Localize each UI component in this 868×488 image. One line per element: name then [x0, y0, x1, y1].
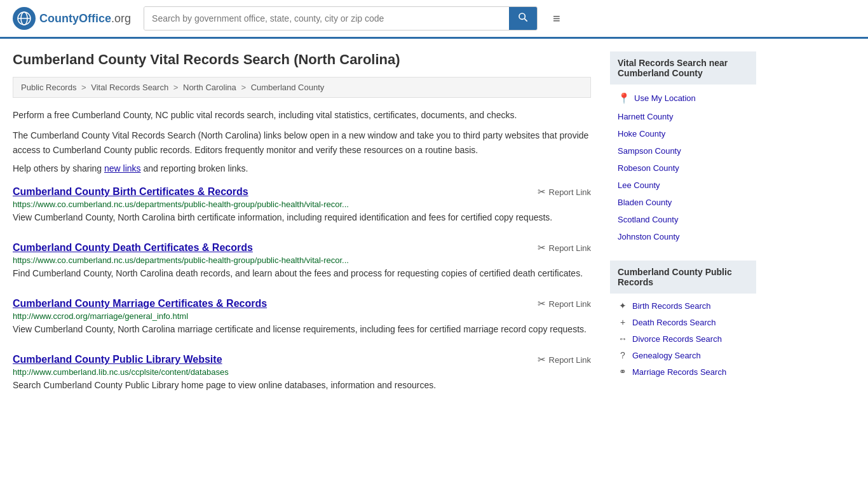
- result-desc: View Cumberland County, North Carolina b…: [13, 211, 591, 224]
- breadcrumb-north-carolina[interactable]: North Carolina: [183, 83, 236, 92]
- sidebar-item-scotland[interactable]: Scotland County: [610, 211, 756, 228]
- breadcrumb-public-records[interactable]: Public Records: [21, 83, 76, 92]
- result-url: https://www.co.cumberland.nc.us/departme…: [13, 255, 591, 265]
- sidebar-item-bladen[interactable]: Bladen County: [610, 194, 756, 211]
- result-link[interactable]: Cumberland County Death Certificates & R…: [13, 242, 253, 253]
- sidebar-item-lee[interactable]: Lee County: [610, 177, 756, 194]
- result-url: http://www.ccrod.org/marriage/general_in…: [13, 311, 591, 321]
- breadcrumb-cumberland-county[interactable]: Cumberland County: [251, 83, 325, 92]
- result-item: Cumberland County Public Library Website…: [13, 354, 591, 392]
- report-icon: ✂: [538, 242, 546, 254]
- content-area: Cumberland County Vital Records Search (…: [13, 51, 591, 410]
- new-links[interactable]: new links: [104, 163, 141, 173]
- result-title: Cumberland County Birth Certificates & R…: [13, 186, 248, 198]
- menu-button[interactable]: ≡: [550, 9, 563, 29]
- result-link[interactable]: Cumberland County Public Library Website: [13, 354, 222, 365]
- birth-icon: ✦: [618, 301, 628, 311]
- result-header: Cumberland County Death Certificates & R…: [13, 242, 591, 254]
- result-item: Cumberland County Death Certificates & R…: [13, 242, 591, 280]
- public-records-section: Cumberland County Public Records ✦ Birth…: [610, 261, 756, 380]
- death-icon: +: [618, 317, 628, 327]
- sidebar-item-sampson[interactable]: Sampson County: [610, 142, 756, 159]
- result-url: http://www.cumberland.lib.nc.us/ccplsite…: [13, 367, 591, 377]
- sidebar-item-harnett[interactable]: Harnett County: [610, 108, 756, 125]
- svg-point-3: [519, 13, 525, 19]
- result-title: Cumberland County Marriage Certificates …: [13, 298, 267, 309]
- nearby-section: Vital Records Search near Cumberland Cou…: [610, 51, 756, 245]
- report-link[interactable]: ✂ Report Link: [538, 354, 591, 365]
- genealogy-icon: ?: [618, 350, 628, 360]
- sidebar-item-hoke[interactable]: Hoke County: [610, 125, 756, 142]
- result-header: Cumberland County Birth Certificates & R…: [13, 186, 591, 198]
- search-input[interactable]: [144, 7, 509, 30]
- site-header: CountyOffice.org ≡: [0, 0, 868, 39]
- page-title: Cumberland County Vital Records Search (…: [13, 51, 591, 68]
- sidebar: Vital Records Search near Cumberland Cou…: [610, 51, 756, 410]
- sidebar-item-robeson[interactable]: Robeson County: [610, 159, 756, 177]
- genealogy-item[interactable]: ? Genealogy Search: [610, 347, 756, 363]
- result-desc: View Cumberland County, North Carolina m…: [13, 323, 591, 336]
- divorce-icon: ↔: [618, 334, 628, 344]
- logo-text: CountyOffice.org: [39, 12, 131, 25]
- result-header: Cumberland County Marriage Certificates …: [13, 298, 591, 309]
- report-link[interactable]: ✂ Report Link: [538, 298, 591, 309]
- use-my-location-item[interactable]: 📍 Use My Location: [610, 88, 756, 108]
- result-link[interactable]: Cumberland County Birth Certificates & R…: [13, 186, 248, 197]
- main-container: Cumberland County Vital Records Search (…: [0, 39, 868, 423]
- use-my-location-link[interactable]: Use My Location: [634, 93, 696, 103]
- site-logo[interactable]: CountyOffice.org: [13, 7, 131, 30]
- location-icon: 📍: [618, 92, 630, 104]
- report-icon: ✂: [538, 354, 546, 365]
- result-desc: Find Cumberland County, North Carolina d…: [13, 267, 591, 280]
- description-2: The Cumberland County Vital Records Sear…: [13, 128, 591, 157]
- result-url: https://www.co.cumberland.nc.us/departme…: [13, 200, 591, 209]
- svg-line-4: [524, 18, 527, 21]
- marriage-icon: ⚭: [618, 367, 628, 377]
- death-records-item[interactable]: + Death Records Search: [610, 314, 756, 330]
- result-title: Cumberland County Death Certificates & R…: [13, 242, 253, 254]
- logo-icon: [13, 7, 36, 30]
- description-1: Perform a free Cumberland County, NC pub…: [13, 108, 591, 122]
- sidebar-item-johnston[interactable]: Johnston County: [610, 228, 756, 245]
- birth-records-item[interactable]: ✦ Birth Records Search: [610, 297, 756, 314]
- result-header: Cumberland County Public Library Website…: [13, 354, 591, 365]
- result-item: Cumberland County Birth Certificates & R…: [13, 186, 591, 224]
- breadcrumb-vital-records-search[interactable]: Vital Records Search: [91, 83, 168, 92]
- search-button[interactable]: [509, 7, 537, 30]
- result-link[interactable]: Cumberland County Marriage Certificates …: [13, 298, 267, 309]
- report-icon: ✂: [538, 298, 546, 309]
- marriage-records-item[interactable]: ⚭ Marriage Records Search: [610, 363, 756, 380]
- breadcrumb: Public Records > Vital Records Search > …: [13, 77, 591, 98]
- public-records-section-title: Cumberland County Public Records: [610, 261, 756, 294]
- search-bar: [144, 6, 538, 30]
- result-title: Cumberland County Public Library Website: [13, 354, 222, 365]
- sharing-note: Help others by sharing new links and rep…: [13, 163, 591, 173]
- divorce-records-item[interactable]: ↔ Divorce Records Search: [610, 330, 756, 347]
- report-link[interactable]: ✂ Report Link: [538, 186, 591, 198]
- report-link[interactable]: ✂ Report Link: [538, 242, 591, 254]
- result-item: Cumberland County Marriage Certificates …: [13, 298, 591, 336]
- report-icon: ✂: [538, 186, 546, 198]
- nearby-section-title: Vital Records Search near Cumberland Cou…: [610, 51, 756, 85]
- result-desc: Search Cumberland County Public Library …: [13, 379, 591, 392]
